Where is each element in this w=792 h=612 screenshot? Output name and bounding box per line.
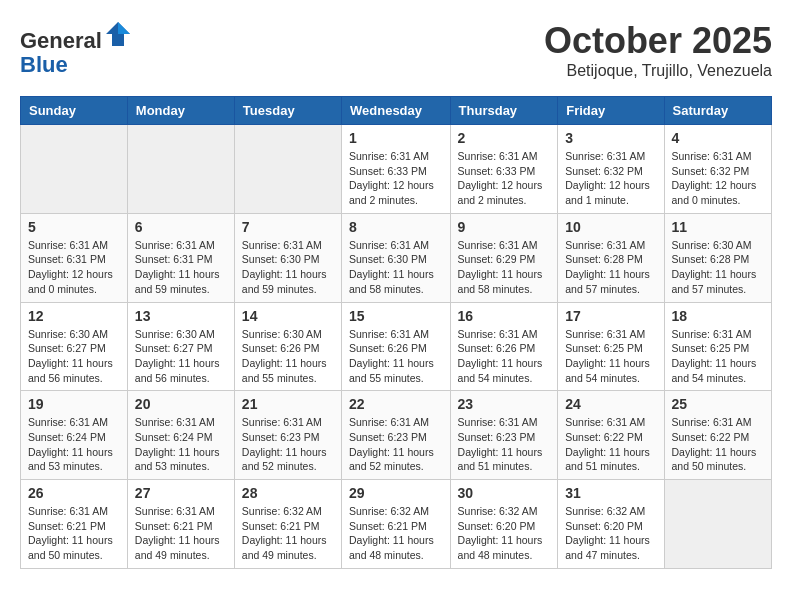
weekday-header-thursday: Thursday	[450, 97, 558, 125]
day-info: Sunrise: 6:31 AMSunset: 6:22 PMDaylight:…	[672, 415, 764, 474]
day-number: 13	[135, 308, 227, 324]
weekday-header-sunday: Sunday	[21, 97, 128, 125]
day-info: Sunrise: 6:30 AMSunset: 6:28 PMDaylight:…	[672, 238, 764, 297]
day-number: 7	[242, 219, 334, 235]
day-number: 23	[458, 396, 551, 412]
calendar-cell: 31Sunrise: 6:32 AMSunset: 6:20 PMDayligh…	[558, 480, 664, 569]
day-info: Sunrise: 6:32 AMSunset: 6:21 PMDaylight:…	[242, 504, 334, 563]
calendar-cell: 27Sunrise: 6:31 AMSunset: 6:21 PMDayligh…	[127, 480, 234, 569]
day-info: Sunrise: 6:31 AMSunset: 6:23 PMDaylight:…	[349, 415, 443, 474]
day-info: Sunrise: 6:30 AMSunset: 6:27 PMDaylight:…	[28, 327, 120, 386]
calendar-cell: 10Sunrise: 6:31 AMSunset: 6:28 PMDayligh…	[558, 213, 664, 302]
day-number: 11	[672, 219, 764, 235]
calendar-cell: 1Sunrise: 6:31 AMSunset: 6:33 PMDaylight…	[342, 125, 451, 214]
logo-general: General	[20, 28, 102, 53]
calendar-table: SundayMondayTuesdayWednesdayThursdayFrid…	[20, 96, 772, 569]
calendar-cell: 19Sunrise: 6:31 AMSunset: 6:24 PMDayligh…	[21, 391, 128, 480]
week-row-4: 19Sunrise: 6:31 AMSunset: 6:24 PMDayligh…	[21, 391, 772, 480]
day-number: 25	[672, 396, 764, 412]
day-number: 6	[135, 219, 227, 235]
day-info: Sunrise: 6:31 AMSunset: 6:33 PMDaylight:…	[349, 149, 443, 208]
calendar-cell: 28Sunrise: 6:32 AMSunset: 6:21 PMDayligh…	[234, 480, 341, 569]
day-number: 2	[458, 130, 551, 146]
day-number: 5	[28, 219, 120, 235]
day-info: Sunrise: 6:32 AMSunset: 6:20 PMDaylight:…	[458, 504, 551, 563]
day-number: 16	[458, 308, 551, 324]
day-info: Sunrise: 6:31 AMSunset: 6:33 PMDaylight:…	[458, 149, 551, 208]
day-info: Sunrise: 6:32 AMSunset: 6:21 PMDaylight:…	[349, 504, 443, 563]
day-info: Sunrise: 6:31 AMSunset: 6:22 PMDaylight:…	[565, 415, 656, 474]
calendar-cell: 4Sunrise: 6:31 AMSunset: 6:32 PMDaylight…	[664, 125, 771, 214]
week-row-5: 26Sunrise: 6:31 AMSunset: 6:21 PMDayligh…	[21, 480, 772, 569]
calendar-cell	[234, 125, 341, 214]
day-info: Sunrise: 6:31 AMSunset: 6:26 PMDaylight:…	[349, 327, 443, 386]
day-number: 12	[28, 308, 120, 324]
title-block: October 2025 Betijoque, Trujillo, Venezu…	[544, 20, 772, 80]
calendar-cell: 12Sunrise: 6:30 AMSunset: 6:27 PMDayligh…	[21, 302, 128, 391]
day-info: Sunrise: 6:30 AMSunset: 6:27 PMDaylight:…	[135, 327, 227, 386]
day-info: Sunrise: 6:31 AMSunset: 6:30 PMDaylight:…	[242, 238, 334, 297]
day-number: 14	[242, 308, 334, 324]
calendar-cell: 5Sunrise: 6:31 AMSunset: 6:31 PMDaylight…	[21, 213, 128, 302]
weekday-header-wednesday: Wednesday	[342, 97, 451, 125]
calendar-cell: 29Sunrise: 6:32 AMSunset: 6:21 PMDayligh…	[342, 480, 451, 569]
weekday-header-row: SundayMondayTuesdayWednesdayThursdayFrid…	[21, 97, 772, 125]
day-number: 26	[28, 485, 120, 501]
day-info: Sunrise: 6:31 AMSunset: 6:23 PMDaylight:…	[242, 415, 334, 474]
logo-icon	[104, 20, 132, 48]
day-info: Sunrise: 6:30 AMSunset: 6:26 PMDaylight:…	[242, 327, 334, 386]
day-number: 17	[565, 308, 656, 324]
day-info: Sunrise: 6:32 AMSunset: 6:20 PMDaylight:…	[565, 504, 656, 563]
day-number: 10	[565, 219, 656, 235]
week-row-1: 1Sunrise: 6:31 AMSunset: 6:33 PMDaylight…	[21, 125, 772, 214]
day-number: 9	[458, 219, 551, 235]
calendar-cell: 17Sunrise: 6:31 AMSunset: 6:25 PMDayligh…	[558, 302, 664, 391]
day-number: 8	[349, 219, 443, 235]
calendar-cell: 20Sunrise: 6:31 AMSunset: 6:24 PMDayligh…	[127, 391, 234, 480]
calendar-cell: 22Sunrise: 6:31 AMSunset: 6:23 PMDayligh…	[342, 391, 451, 480]
day-info: Sunrise: 6:31 AMSunset: 6:23 PMDaylight:…	[458, 415, 551, 474]
day-number: 20	[135, 396, 227, 412]
day-info: Sunrise: 6:31 AMSunset: 6:25 PMDaylight:…	[565, 327, 656, 386]
calendar-cell: 11Sunrise: 6:30 AMSunset: 6:28 PMDayligh…	[664, 213, 771, 302]
calendar-cell: 23Sunrise: 6:31 AMSunset: 6:23 PMDayligh…	[450, 391, 558, 480]
day-info: Sunrise: 6:31 AMSunset: 6:31 PMDaylight:…	[28, 238, 120, 297]
location-subtitle: Betijoque, Trujillo, Venezuela	[544, 62, 772, 80]
day-info: Sunrise: 6:31 AMSunset: 6:28 PMDaylight:…	[565, 238, 656, 297]
day-info: Sunrise: 6:31 AMSunset: 6:24 PMDaylight:…	[135, 415, 227, 474]
day-info: Sunrise: 6:31 AMSunset: 6:24 PMDaylight:…	[28, 415, 120, 474]
month-title: October 2025	[544, 20, 772, 62]
calendar-cell: 24Sunrise: 6:31 AMSunset: 6:22 PMDayligh…	[558, 391, 664, 480]
weekday-header-friday: Friday	[558, 97, 664, 125]
calendar-cell	[664, 480, 771, 569]
calendar-cell: 8Sunrise: 6:31 AMSunset: 6:30 PMDaylight…	[342, 213, 451, 302]
week-row-2: 5Sunrise: 6:31 AMSunset: 6:31 PMDaylight…	[21, 213, 772, 302]
day-number: 3	[565, 130, 656, 146]
calendar-cell: 25Sunrise: 6:31 AMSunset: 6:22 PMDayligh…	[664, 391, 771, 480]
day-number: 21	[242, 396, 334, 412]
svg-marker-1	[118, 22, 130, 34]
calendar-cell: 14Sunrise: 6:30 AMSunset: 6:26 PMDayligh…	[234, 302, 341, 391]
day-number: 15	[349, 308, 443, 324]
calendar-cell: 13Sunrise: 6:30 AMSunset: 6:27 PMDayligh…	[127, 302, 234, 391]
week-row-3: 12Sunrise: 6:30 AMSunset: 6:27 PMDayligh…	[21, 302, 772, 391]
logo: General Blue	[20, 20, 132, 77]
day-info: Sunrise: 6:31 AMSunset: 6:32 PMDaylight:…	[672, 149, 764, 208]
weekday-header-monday: Monday	[127, 97, 234, 125]
day-info: Sunrise: 6:31 AMSunset: 6:32 PMDaylight:…	[565, 149, 656, 208]
day-info: Sunrise: 6:31 AMSunset: 6:30 PMDaylight:…	[349, 238, 443, 297]
logo-blue: Blue	[20, 52, 68, 77]
calendar-cell: 6Sunrise: 6:31 AMSunset: 6:31 PMDaylight…	[127, 213, 234, 302]
day-number: 4	[672, 130, 764, 146]
day-number: 27	[135, 485, 227, 501]
day-number: 31	[565, 485, 656, 501]
day-info: Sunrise: 6:31 AMSunset: 6:26 PMDaylight:…	[458, 327, 551, 386]
day-info: Sunrise: 6:31 AMSunset: 6:21 PMDaylight:…	[135, 504, 227, 563]
weekday-header-saturday: Saturday	[664, 97, 771, 125]
calendar-cell: 3Sunrise: 6:31 AMSunset: 6:32 PMDaylight…	[558, 125, 664, 214]
day-info: Sunrise: 6:31 AMSunset: 6:29 PMDaylight:…	[458, 238, 551, 297]
calendar-cell: 30Sunrise: 6:32 AMSunset: 6:20 PMDayligh…	[450, 480, 558, 569]
calendar-cell: 26Sunrise: 6:31 AMSunset: 6:21 PMDayligh…	[21, 480, 128, 569]
calendar-cell	[127, 125, 234, 214]
day-number: 28	[242, 485, 334, 501]
